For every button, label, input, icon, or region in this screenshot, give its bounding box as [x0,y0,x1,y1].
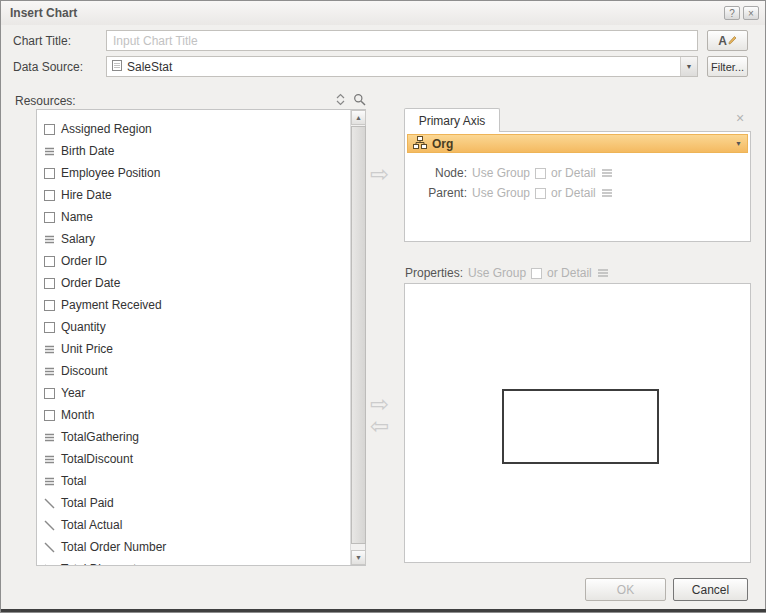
search-icon[interactable] [353,93,366,106]
measure-icon [43,233,56,246]
properties-detail-icon[interactable] [597,268,609,278]
resource-item[interactable]: Total Order Number [37,536,350,558]
tab-primary-axis[interactable]: Primary Axis [404,108,500,132]
measure-icon [43,365,56,378]
field-icon [43,387,56,400]
parent-use-group-checkbox[interactable] [535,188,546,199]
screen-edge [1,609,766,612]
resource-item[interactable]: Unit Price [37,338,350,360]
resource-item-label: Total Discount [61,562,136,565]
resources-label: Resources: [15,94,76,108]
measure-icon [43,343,56,356]
field-icon [43,321,56,334]
field-icon [43,299,56,312]
parent-detail-icon[interactable] [601,188,613,198]
dialog-title: Insert Chart [10,6,77,20]
resource-item[interactable]: TotalGathering [37,426,350,448]
measure-icon [43,475,56,488]
resource-item[interactable]: Order ID [37,250,350,272]
primary-axis-panel: Org ▼ Node: Use Group or Detail Parent: … [404,131,751,242]
field-icon [43,123,56,136]
scrollbar-thumb[interactable] [351,126,366,544]
measure-icon [43,431,56,444]
resources-list-items: Assigned RegionBirth DateEmployee Positi… [37,110,350,565]
resource-item-label: Total [61,474,86,488]
resource-item[interactable]: Month [37,404,350,426]
properties-label: Properties: [405,266,463,280]
sort-icon[interactable] [335,93,346,106]
dialog-titlebar[interactable]: Insert Chart ? × [1,1,765,25]
datasource-icon [111,59,123,75]
chart-title-label: Chart Title: [13,34,71,48]
resource-item[interactable]: Total Actual [37,514,350,536]
resource-item-label: TotalDiscount [61,452,133,466]
resource-item-label: Month [61,408,94,422]
calc-icon [43,519,56,532]
resource-item[interactable]: Name [37,206,350,228]
measure-icon [43,453,56,466]
remove-property-arrow-icon: ⇦ [370,415,389,438]
binding-dropdown-icon[interactable]: ▼ [735,140,742,147]
field-icon [43,255,56,268]
field-icon [43,167,56,180]
org-chart-icon [413,136,427,152]
resource-item-label: Discount [61,364,108,378]
resource-item[interactable]: Salary [37,228,350,250]
resources-list: Assigned RegionBirth DateEmployee Positi… [36,109,366,566]
tab-close-icon[interactable]: × [736,110,744,126]
help-icon: ? [729,8,735,19]
resource-item-label: Total Order Number [61,540,166,554]
calc-icon [43,541,56,554]
axis-binding-header[interactable]: Org ▼ [407,134,748,153]
chart-area-placeholder [502,389,659,464]
close-button[interactable]: × [743,6,759,20]
properties-use-group-checkbox[interactable] [531,268,542,279]
resources-scrollbar[interactable]: ▲ ▼ [350,110,365,565]
assign-axis-arrow-icon: ⇨ [370,163,389,186]
scroll-up-icon[interactable]: ▲ [351,110,366,125]
resource-item-label: Birth Date [61,144,114,158]
resource-item-label: Salary [61,232,95,246]
resource-item[interactable]: Year [37,382,350,404]
field-icon [43,211,56,224]
font-style-button-label: A [718,34,727,48]
cancel-button[interactable]: Cancel [673,578,748,601]
properties-panel[interactable] [404,283,751,563]
font-style-button[interactable]: A [707,30,748,51]
resource-item[interactable]: TotalDiscount [37,448,350,470]
data-source-value: SaleStat [127,60,172,74]
parent-label: Parent: [425,186,467,200]
data-source-dropdown-button[interactable]: ▼ [680,57,697,76]
node-use-group-checkbox[interactable] [535,168,546,179]
pencil-icon [728,34,737,48]
resource-item[interactable]: Assigned Region [37,118,350,140]
node-detail-icon[interactable] [601,168,613,178]
resource-item[interactable]: Hire Date [37,184,350,206]
resource-item[interactable]: Employee Position [37,162,350,184]
resource-item-label: TotalGathering [61,430,139,444]
filter-button[interactable]: Filter... [707,56,748,77]
resource-item-label: Employee Position [61,166,160,180]
resource-item-label: Quantity [61,320,106,334]
resource-item[interactable]: Total Paid [37,492,350,514]
chart-title-input[interactable] [106,30,698,51]
resource-item-label: Year [61,386,85,400]
resource-item[interactable]: Quantity [37,316,350,338]
node-label: Node: [425,166,467,180]
resource-item[interactable]: Discount [37,360,350,382]
scroll-down-icon[interactable]: ▼ [351,550,366,565]
resource-item-label: Payment Received [61,298,162,312]
resource-item[interactable]: Total Discount [37,558,350,565]
ok-button[interactable]: OK [585,578,666,601]
resource-item[interactable]: Total [37,470,350,492]
resource-item-label: Hire Date [61,188,112,202]
resource-item[interactable]: Birth Date [37,140,350,162]
data-source-combobox[interactable]: SaleStat ▼ [106,56,698,77]
resource-item[interactable]: Payment Received [37,294,350,316]
axis-binding-name: Org [432,137,453,151]
measure-icon [43,145,56,158]
resource-item[interactable]: Order Date [37,272,350,294]
node-use-group-label: Use Group [472,166,530,180]
help-button[interactable]: ? [724,6,740,20]
chevron-down-icon: ▼ [686,63,693,70]
